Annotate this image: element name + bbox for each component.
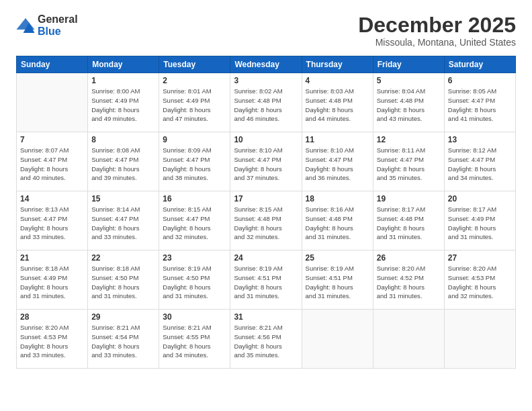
week-row: 28Sunrise: 8:20 AMSunset: 4:53 PMDayligh… — [17, 310, 516, 369]
calendar-cell: 16Sunrise: 8:15 AMSunset: 4:47 PMDayligh… — [159, 191, 230, 250]
calendar-cell: 11Sunrise: 8:10 AMSunset: 4:47 PMDayligh… — [302, 132, 373, 191]
day-number: 24 — [234, 253, 298, 263]
weekday-header: Tuesday — [159, 56, 230, 73]
day-info: Sunrise: 8:05 AMSunset: 4:47 PMDaylight:… — [448, 87, 512, 124]
day-info: Sunrise: 8:21 AMSunset: 4:55 PMDaylight:… — [163, 323, 226, 360]
calendar-cell: 30Sunrise: 8:21 AMSunset: 4:55 PMDayligh… — [159, 310, 230, 369]
day-number: 31 — [234, 312, 298, 322]
day-number: 6 — [448, 76, 512, 85]
day-number: 17 — [234, 194, 298, 203]
calendar-cell: 6Sunrise: 8:05 AMSunset: 4:47 PMDaylight… — [444, 73, 515, 132]
day-number: 15 — [91, 194, 155, 203]
day-info: Sunrise: 8:09 AMSunset: 4:47 PMDaylight:… — [163, 146, 226, 183]
weekday-header: Saturday — [444, 56, 515, 73]
day-info: Sunrise: 8:04 AMSunset: 4:48 PMDaylight:… — [377, 87, 441, 124]
day-info: Sunrise: 8:21 AMSunset: 4:56 PMDaylight:… — [234, 323, 298, 360]
day-number: 18 — [306, 194, 369, 203]
calendar-cell: 14Sunrise: 8:13 AMSunset: 4:47 PMDayligh… — [17, 191, 88, 250]
day-number: 29 — [91, 312, 155, 322]
day-info: Sunrise: 8:12 AMSunset: 4:47 PMDaylight:… — [448, 146, 512, 183]
week-row: 7Sunrise: 8:07 AMSunset: 4:47 PMDaylight… — [17, 132, 516, 191]
calendar-cell: 10Sunrise: 8:10 AMSunset: 4:47 PMDayligh… — [230, 132, 302, 191]
calendar-cell: 22Sunrise: 8:18 AMSunset: 4:50 PMDayligh… — [88, 250, 159, 310]
day-info: Sunrise: 8:08 AMSunset: 4:47 PMDaylight:… — [91, 146, 155, 183]
calendar-cell: 17Sunrise: 8:15 AMSunset: 4:48 PMDayligh… — [230, 191, 302, 250]
day-number: 20 — [448, 194, 512, 203]
title-block: December 2025 Missoula, Montana, United … — [358, 13, 516, 48]
calendar-cell: 1Sunrise: 8:00 AMSunset: 4:49 PMDaylight… — [88, 73, 159, 132]
day-info: Sunrise: 8:18 AMSunset: 4:50 PMDaylight:… — [91, 264, 155, 301]
calendar-cell: 18Sunrise: 8:16 AMSunset: 4:48 PMDayligh… — [302, 191, 373, 250]
calendar-cell: 13Sunrise: 8:12 AMSunset: 4:47 PMDayligh… — [444, 132, 515, 191]
calendar-cell: 28Sunrise: 8:20 AMSunset: 4:53 PMDayligh… — [17, 310, 88, 369]
calendar-cell: 5Sunrise: 8:04 AMSunset: 4:48 PMDaylight… — [373, 73, 444, 132]
day-info: Sunrise: 8:20 AMSunset: 4:52 PMDaylight:… — [377, 264, 441, 301]
calendar-cell: 9Sunrise: 8:09 AMSunset: 4:47 PMDaylight… — [159, 132, 230, 191]
weekday-header: Thursday — [302, 56, 373, 73]
weekday-header: Sunday — [17, 56, 88, 73]
day-number: 28 — [20, 312, 84, 322]
logo: General Blue — [16, 13, 78, 37]
day-info: Sunrise: 8:20 AMSunset: 4:53 PMDaylight:… — [448, 264, 512, 301]
day-number: 25 — [306, 253, 369, 263]
day-number: 2 — [163, 76, 226, 85]
day-number: 3 — [234, 76, 298, 85]
day-number: 8 — [91, 135, 155, 144]
weekday-header: Wednesday — [230, 56, 302, 73]
page: General Blue December 2025 Missoula, Mon… — [0, 0, 532, 411]
day-info: Sunrise: 8:19 AMSunset: 4:50 PMDaylight:… — [163, 264, 226, 301]
day-number: 13 — [448, 135, 512, 144]
day-info: Sunrise: 8:15 AMSunset: 4:47 PMDaylight:… — [163, 205, 226, 242]
calendar-cell: 4Sunrise: 8:03 AMSunset: 4:48 PMDaylight… — [302, 73, 373, 132]
calendar-cell: 29Sunrise: 8:21 AMSunset: 4:54 PMDayligh… — [88, 310, 159, 369]
day-info: Sunrise: 8:14 AMSunset: 4:47 PMDaylight:… — [91, 205, 155, 242]
logo-icon — [16, 18, 35, 33]
day-info: Sunrise: 8:16 AMSunset: 4:48 PMDaylight:… — [306, 205, 369, 242]
calendar-cell: 25Sunrise: 8:19 AMSunset: 4:51 PMDayligh… — [302, 250, 373, 310]
calendar-cell: 19Sunrise: 8:17 AMSunset: 4:48 PMDayligh… — [373, 191, 444, 250]
calendar-cell — [373, 310, 444, 369]
calendar-cell: 7Sunrise: 8:07 AMSunset: 4:47 PMDaylight… — [17, 132, 88, 191]
day-number: 22 — [91, 253, 155, 263]
subtitle: Missoula, Montana, United States — [358, 37, 516, 48]
calendar-cell: 3Sunrise: 8:02 AMSunset: 4:48 PMDaylight… — [230, 73, 302, 132]
day-info: Sunrise: 8:10 AMSunset: 4:47 PMDaylight:… — [306, 146, 369, 183]
calendar-cell: 8Sunrise: 8:08 AMSunset: 4:47 PMDaylight… — [88, 132, 159, 191]
day-number: 4 — [306, 76, 369, 85]
header: General Blue December 2025 Missoula, Mon… — [16, 13, 516, 48]
calendar-cell: 20Sunrise: 8:17 AMSunset: 4:49 PMDayligh… — [444, 191, 515, 250]
day-number: 23 — [163, 253, 226, 263]
calendar-cell: 21Sunrise: 8:18 AMSunset: 4:49 PMDayligh… — [17, 250, 88, 310]
day-info: Sunrise: 8:10 AMSunset: 4:47 PMDaylight:… — [234, 146, 298, 183]
calendar-cell — [444, 310, 515, 369]
calendar-cell: 15Sunrise: 8:14 AMSunset: 4:47 PMDayligh… — [88, 191, 159, 250]
day-info: Sunrise: 8:21 AMSunset: 4:54 PMDaylight:… — [91, 323, 155, 360]
day-info: Sunrise: 8:17 AMSunset: 4:49 PMDaylight:… — [448, 205, 512, 242]
calendar-cell: 31Sunrise: 8:21 AMSunset: 4:56 PMDayligh… — [230, 310, 302, 369]
day-number: 30 — [163, 312, 226, 322]
day-number: 10 — [234, 135, 298, 144]
day-number: 14 — [20, 194, 84, 203]
week-row: 14Sunrise: 8:13 AMSunset: 4:47 PMDayligh… — [17, 191, 516, 250]
day-info: Sunrise: 8:00 AMSunset: 4:49 PMDaylight:… — [91, 87, 155, 124]
day-number: 21 — [20, 253, 84, 263]
day-number: 12 — [377, 135, 441, 144]
weekday-header-row: SundayMondayTuesdayWednesdayThursdayFrid… — [17, 56, 516, 73]
calendar-table: SundayMondayTuesdayWednesdayThursdayFrid… — [16, 56, 516, 369]
day-number: 9 — [163, 135, 226, 144]
weekday-header: Monday — [88, 56, 159, 73]
calendar-cell: 24Sunrise: 8:19 AMSunset: 4:51 PMDayligh… — [230, 250, 302, 310]
day-info: Sunrise: 8:11 AMSunset: 4:47 PMDaylight:… — [377, 146, 441, 183]
day-number: 26 — [377, 253, 441, 263]
calendar-cell — [302, 310, 373, 369]
calendar-cell — [17, 73, 88, 132]
weekday-header: Friday — [373, 56, 444, 73]
logo-text: General Blue — [38, 13, 78, 37]
day-number: 27 — [448, 253, 512, 263]
day-number: 5 — [377, 76, 441, 85]
day-info: Sunrise: 8:15 AMSunset: 4:48 PMDaylight:… — [234, 205, 298, 242]
day-number: 7 — [20, 135, 84, 144]
day-info: Sunrise: 8:01 AMSunset: 4:49 PMDaylight:… — [163, 87, 226, 124]
main-title: December 2025 — [358, 13, 516, 37]
week-row: 21Sunrise: 8:18 AMSunset: 4:49 PMDayligh… — [17, 250, 516, 310]
